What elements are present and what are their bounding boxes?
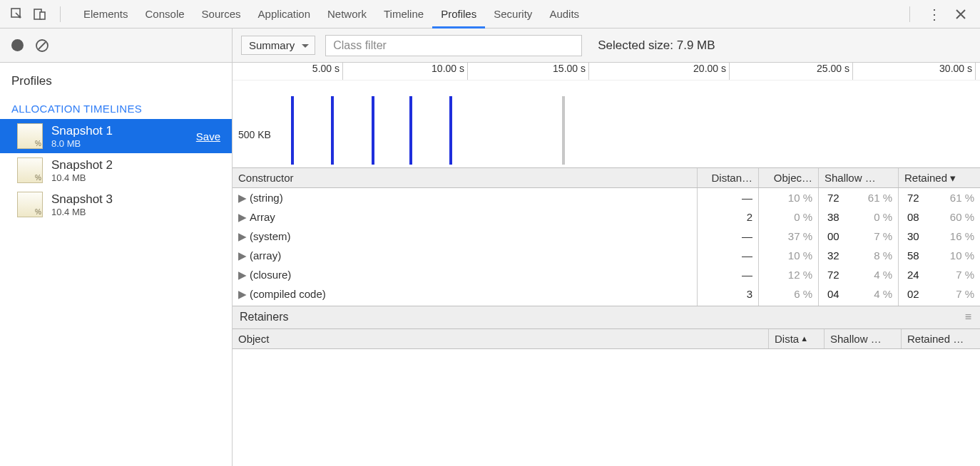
snapshot-size: 10.4 MB [51,207,113,217]
sidebar-body: Profiles ALLOCATION TIMELINES %Snapshot … [0,63,232,466]
constructor-name: Array [250,211,275,223]
retainers-header: Object Dista ▲ Shallow … Retained … [233,329,980,349]
th-ret-distance[interactable]: Dista ▲ [769,329,825,348]
clear-icon[interactable] [35,38,49,53]
tab-sources[interactable]: Sources [193,0,250,29]
retained-num: 58 [904,249,919,262]
snapshot-item[interactable]: %Snapshot 18.0 MBSave [0,119,232,153]
th-ret-shallow[interactable]: Shallow … [825,329,902,348]
th-shallow[interactable]: Shallow … [819,168,899,187]
th-retained-label: Retained [904,172,947,184]
shallow-pct: 8 % [874,249,892,262]
snapshot-size: 8.0 MB [51,138,113,149]
tab-elements[interactable]: Elements [75,0,137,29]
allocation-timeline[interactable]: 5.00 s10.00 s15.00 s20.00 s25.00 s30.00 … [233,63,980,168]
constructor-row[interactable]: ▶(system)—37 %007 %3016 % [233,227,980,246]
th-constructor[interactable]: Constructor [233,168,698,187]
devtools-tabs: ElementsConsoleSourcesApplicationNetwork… [75,0,588,29]
constructor-name: (string) [250,192,283,204]
snapshot-name: Snapshot 3 [51,192,113,207]
retained-pct: 61 % [950,192,974,204]
view-mode-label: Summary [249,39,295,51]
timeline-bar [409,96,412,165]
th-retained[interactable]: Retained ▾ [899,168,980,187]
constructor-row[interactable]: ▶(compiled code)36 %044 %027 % [233,284,980,304]
th-objects[interactable]: Objec… [759,168,819,187]
expand-icon[interactable]: ▶ [238,230,247,243]
inspect-icon[interactable] [10,7,24,21]
distance-value: — [742,230,752,242]
shallow-num: 32 [825,249,839,262]
timeline-bar [562,96,565,165]
retainers-menu-icon[interactable]: ≡ [965,311,973,323]
shallow-pct: 4 % [874,288,892,300]
retained-num: 30 [904,230,919,242]
snapshot-item[interactable]: %Snapshot 310.4 MB [0,187,232,222]
timeline-ruler: 5.00 s10.00 s15.00 s20.00 s25.00 s30.00 … [233,63,980,80]
main-toolbar: Summary Selected size: 7.9 MB [233,29,980,63]
retained-num: 72 [904,192,919,204]
distance-value: — [742,192,752,204]
body: Profiles ALLOCATION TIMELINES %Snapshot … [0,29,980,466]
constructor-table-body: ▶(string)—10 %7261 %7261 %▶Array20 %380 … [233,188,980,306]
tab-timeline[interactable]: Timeline [375,0,432,29]
profiles-sidebar: Profiles ALLOCATION TIMELINES %Snapshot … [0,29,233,466]
tab-profiles[interactable]: Profiles [432,0,485,29]
constructor-row[interactable]: ▶(string)—10 %7261 %7261 % [233,188,980,207]
snapshot-item[interactable]: %Snapshot 210.4 MB [0,153,232,187]
timeline-tick: 30.00 s [233,63,976,80]
constructor-row[interactable]: ▶Array20 %380 %0860 % [233,207,980,227]
snapshot-text: Snapshot 18.0 MB [51,124,113,149]
class-filter-input[interactable] [325,35,582,56]
tab-network[interactable]: Network [319,0,375,29]
tab-audits[interactable]: Audits [541,0,588,29]
snapshot-save-link[interactable]: Save [196,130,220,143]
sidebar-toolbar [0,29,232,63]
th-ret-distance-label: Dista [775,333,799,345]
svg-rect-2 [40,12,45,19]
top-right-tools: ⋮ [905,6,980,23]
expand-icon[interactable]: ▶ [238,269,247,281]
timeline-bar [331,96,334,165]
expand-icon[interactable]: ▶ [238,192,247,204]
view-mode-select[interactable]: Summary [241,36,315,55]
objects-pct: 6 % [794,288,812,300]
retained-pct: 60 % [950,211,974,223]
sidebar-title: Profiles [0,67,232,93]
device-toggle-icon[interactable] [33,7,47,21]
constructor-row[interactable]: ▶(array)—10 %328 %5810 % [233,246,980,265]
record-icon[interactable] [11,39,24,51]
retainers-bar: Retainers ≡ [233,306,980,329]
retained-pct: 7 % [956,269,974,281]
snapshot-text: Snapshot 310.4 MB [51,192,113,217]
shallow-num: 72 [825,192,839,204]
kebab-menu-icon[interactable]: ⋮ [927,6,941,23]
snapshot-name: Snapshot 1 [51,124,113,138]
separator [60,6,61,22]
sidebar-section-title: ALLOCATION TIMELINES [0,93,232,119]
main-area: Summary Selected size: 7.9 MB 5.00 s10.0… [233,29,980,466]
retainers-body [233,349,980,467]
close-icon[interactable] [954,8,967,21]
th-ret-object[interactable]: Object [233,329,769,348]
separator [909,6,910,22]
shallow-pct: 0 % [874,211,892,223]
th-ret-retained[interactable]: Retained … [902,329,980,348]
th-distance[interactable]: Distan… [698,168,759,187]
tab-security[interactable]: Security [485,0,541,29]
shallow-num: 00 [825,230,839,242]
shallow-pct: 61 % [868,192,892,204]
selected-size-label: Selected size: 7.9 MB [598,38,715,53]
timeline-bar [372,96,374,165]
constructor-row[interactable]: ▶(closure)—12 %724 %247 % [233,265,980,284]
devtools-tab-bar: ElementsConsoleSourcesApplicationNetwork… [0,0,980,29]
timeline-bar [291,96,294,165]
timeline-y-label: 500 KB [238,129,271,140]
expand-icon[interactable]: ▶ [238,288,247,301]
expand-icon[interactable]: ▶ [238,211,247,224]
tab-application[interactable]: Application [250,0,319,29]
snapshot-icon: % [17,157,43,183]
expand-icon[interactable]: ▶ [238,249,247,262]
tab-console[interactable]: Console [137,0,193,29]
snapshot-text: Snapshot 210.4 MB [51,158,113,183]
